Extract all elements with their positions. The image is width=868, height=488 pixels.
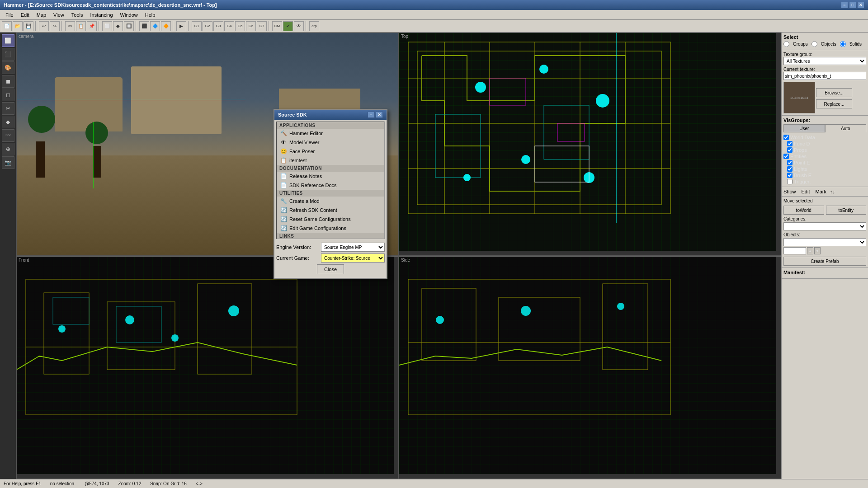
tb-cam3[interactable]: 👁 — [294, 21, 304, 31]
tb-hide[interactable]: drp — [309, 21, 319, 31]
number-input[interactable]: 0 — [783, 247, 806, 254]
tool-camera[interactable]: 📷 — [2, 156, 14, 169]
menu-tools[interactable]: Tools — [68, 11, 87, 19]
sdk-release-notes[interactable]: 📄 Release Notes — [277, 172, 384, 181]
tool-clip[interactable]: ✂ — [2, 102, 14, 115]
menu-help[interactable]: Help — [142, 11, 159, 19]
tb-block[interactable]: ⬛ — [139, 21, 149, 31]
cb-brush-e[interactable] — [787, 173, 793, 178]
cb-props[interactable] — [787, 147, 793, 153]
cb-func-d[interactable] — [787, 141, 793, 146]
tb-grid4[interactable]: G4 — [224, 21, 234, 31]
tb-entity[interactable]: 🔷 — [150, 21, 160, 31]
tb-redo[interactable]: ↪ — [50, 21, 60, 31]
tool-vertex[interactable]: ◆ — [2, 116, 14, 128]
menu-map[interactable]: Map — [33, 11, 50, 19]
menu-edit[interactable]: Edit — [17, 11, 33, 19]
replace-button[interactable]: Replace... — [816, 99, 852, 108]
sdk-create-mod[interactable]: 🔧 Create a Mod — [277, 197, 384, 206]
tb-grid2[interactable]: G2 — [203, 21, 212, 31]
sdk-itemtest[interactable]: 📋 itemtest — [277, 156, 384, 165]
number-down[interactable]: ▼ — [814, 247, 821, 254]
categories-select[interactable] — [783, 222, 866, 230]
cb-world-data[interactable] — [783, 135, 789, 140]
tb-clip[interactable]: 🔲 — [124, 21, 134, 31]
cb-point-e[interactable] — [787, 160, 793, 165]
maximize-button[interactable]: □ — [849, 2, 856, 8]
radio-groups[interactable] — [783, 41, 789, 47]
front-hscroll[interactable] — [17, 474, 398, 479]
tb-cam2[interactable]: ✔ — [283, 21, 293, 31]
cb-entities[interactable] — [783, 154, 789, 159]
radio-solids[interactable] — [840, 41, 846, 47]
minimize-button[interactable]: − — [841, 2, 848, 8]
sdk-reset-game-config[interactable]: 🔄 Reset Game Configurations — [277, 215, 384, 224]
current-texture-input[interactable] — [783, 72, 866, 80]
tb-grid5[interactable]: G5 — [235, 21, 245, 31]
tb-grid3[interactable]: G3 — [213, 21, 223, 31]
tb-grid6[interactable]: G6 — [246, 21, 256, 31]
sdk-model-viewer[interactable]: 👁 Model Viewer — [277, 138, 384, 147]
browse-button[interactable]: Browse... — [816, 88, 852, 97]
tb-grid1[interactable]: G1 — [192, 21, 202, 31]
sdk-refresh-content[interactable]: 🔄 Refresh SDK Content — [277, 206, 384, 215]
front-vscroll[interactable] — [394, 257, 398, 479]
sdk-close[interactable]: ✕ — [376, 112, 383, 118]
top-hscroll[interactable] — [399, 251, 781, 255]
tool-decal[interactable]: ◼ — [2, 75, 14, 88]
tb-copy[interactable]: 📋 — [76, 21, 86, 31]
viewport-front[interactable]: Front — [16, 256, 399, 479]
itemtest-icon: 📋 — [280, 157, 287, 164]
tab-auto[interactable]: Auto — [825, 124, 867, 132]
sdk-content-scroll[interactable]: APPLICATIONS 🔨 Hammer Editor 👁 Model Vie… — [276, 122, 385, 239]
tool-entity[interactable]: ⊕ — [2, 143, 14, 155]
cb-trigger[interactable] — [787, 179, 793, 184]
tb-overlay[interactable]: 🔶 — [161, 21, 171, 31]
create-prefab-button[interactable]: Create Prefab — [783, 257, 866, 266]
texture-group-label: Texture group: — [783, 52, 866, 57]
tool-path[interactable]: 〰 — [2, 129, 14, 142]
current-game-select[interactable]: Counter-Strike: Source — [321, 253, 385, 263]
sdk-hammer-editor[interactable]: 🔨 Hammer Editor — [277, 129, 384, 138]
viewport-side[interactable]: Side — [399, 256, 781, 479]
side-vscroll[interactable] — [776, 257, 781, 479]
tb-vertex[interactable]: ◆ — [113, 21, 123, 31]
number-up[interactable]: ▲ — [807, 247, 813, 254]
sdk-edit-game-config[interactable]: 🔄 Edit Game Configurations — [277, 224, 384, 233]
sdk-face-poser[interactable]: 😊 Face Poser — [277, 147, 384, 156]
tool-solid[interactable]: ⬛ — [2, 48, 14, 61]
menu-view[interactable]: View — [50, 11, 68, 19]
tb-paste[interactable]: 📌 — [87, 21, 97, 31]
viewport-top[interactable]: Top — [399, 33, 781, 256]
tool-overlay[interactable]: ◻ — [2, 89, 14, 101]
sdk-reference-docs[interactable]: 📄 SDK Reference Docs — [277, 181, 384, 190]
close-button[interactable]: ✕ — [857, 2, 864, 8]
tb-cam1[interactable]: CM — [272, 21, 282, 31]
tb-undo[interactable]: ↩ — [39, 21, 49, 31]
cb-lights[interactable] — [787, 166, 793, 172]
menu-window[interactable]: Window — [117, 11, 142, 19]
tb-cut[interactable]: ✂ — [65, 21, 75, 31]
tb-compile[interactable]: ▶ — [176, 21, 186, 31]
side-hscroll[interactable] — [399, 474, 781, 479]
to-entity-button[interactable]: toEntity — [826, 206, 867, 215]
to-world-button[interactable]: toWorld — [783, 206, 824, 215]
tb-select[interactable]: ⬜ — [102, 21, 112, 31]
tab-user[interactable]: User — [783, 124, 825, 132]
objects-select[interactable] — [783, 238, 866, 246]
engine-version-select[interactable]: Source Engine MP — [321, 243, 385, 252]
tb-new[interactable]: 📄 — [2, 21, 12, 31]
tool-select[interactable]: ⬜ — [2, 34, 14, 47]
tb-save[interactable]: 💾 — [24, 21, 33, 31]
sdk-close-button[interactable]: Close — [317, 264, 344, 274]
sdk-minimize[interactable]: − — [368, 112, 375, 118]
menu-file[interactable]: File — [2, 11, 17, 19]
nav-arrows: <-> — [196, 481, 203, 486]
tb-open[interactable]: 📂 — [13, 21, 23, 31]
tb-grid7[interactable]: G7 — [257, 21, 267, 31]
menu-instancing[interactable]: Instancing — [86, 11, 116, 19]
top-vscroll[interactable] — [776, 33, 781, 255]
texture-group-select[interactable]: All Textures — [783, 57, 866, 65]
tool-texture[interactable]: 🎨 — [2, 61, 14, 74]
radio-objects[interactable] — [811, 41, 817, 47]
